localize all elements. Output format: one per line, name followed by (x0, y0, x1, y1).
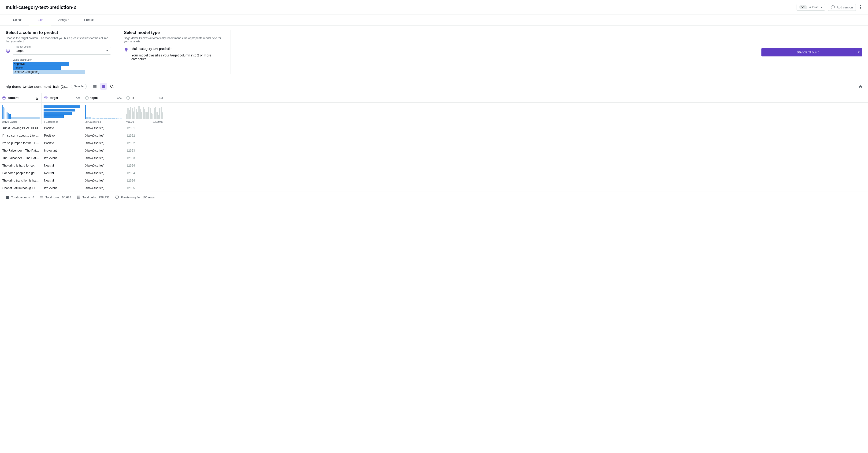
target-icon (44, 96, 48, 100)
table-cell: <unk> looking BEAUTIFUL (0, 124, 42, 132)
table-cell: 12921 (124, 124, 165, 132)
sparkline-id: 401.0012560.05 (124, 102, 165, 124)
table-cell: The Falconeer - 'The Path' Game... (0, 147, 42, 154)
table-cell: 12923 (124, 154, 165, 162)
table-cell: The Falconeer - 'The Path' Game... (0, 154, 42, 162)
tab-analyze[interactable]: Analyze (51, 15, 76, 25)
table-cell: Positive (42, 124, 83, 132)
table-cell: Neutral (42, 169, 83, 177)
svg-point-2 (8, 50, 8, 51)
table-cell: I'm so pumped for the . I Literall... (0, 139, 42, 147)
footer-bar: Total columns: 4 Total rows: 64,683 Tota… (0, 192, 868, 202)
target-column-select[interactable]: Target column target (13, 47, 111, 55)
table-row[interactable]: For some people the grind is eve...Neutr… (0, 169, 868, 177)
table-cell: I'm so sorry about... Literally can... (0, 132, 42, 139)
search-button[interactable] (109, 83, 115, 90)
tab-predict[interactable]: Predict (76, 15, 101, 25)
table-cell: For some people the grind is eve... (0, 169, 42, 177)
table-row[interactable]: <unk> looking BEAUTIFULPositiveXbox(Xser… (0, 124, 868, 132)
distribution-label: Value distribution (13, 58, 113, 61)
add-version-button[interactable]: + Add version (828, 4, 856, 11)
section-subtitle: SageMaker Canvas automatically recommend… (124, 36, 225, 43)
table-cell: Xbox(Xseries) (83, 162, 124, 169)
page-title: multi-category-text-prediction-2 (6, 5, 76, 10)
table-cell: 12925 (124, 184, 165, 191)
config-section: Select a column to predict Choose the ta… (0, 26, 868, 80)
svg-point-17 (46, 97, 46, 98)
sample-button[interactable]: Sample (71, 84, 87, 89)
main-tabs: Select Build Analyze Predict (0, 15, 868, 26)
version-selector[interactable]: V1 Draft (797, 4, 825, 10)
config-model-panel: Select model type SageMaker Canvas autom… (118, 30, 230, 74)
dataset-bar: nlp-demo-twitter-sentiment_train(2)... S… (0, 80, 868, 93)
text-type-icon: A (35, 96, 39, 100)
build-button-group: Standard build (762, 48, 862, 56)
more-actions-button[interactable] (859, 4, 862, 11)
table-cell: 12923 (124, 147, 165, 154)
column-view-button[interactable] (100, 83, 107, 90)
radio-unchecked-icon (126, 96, 130, 99)
table-cell: Shot at kofi lmfaoo @ PressStar... (0, 184, 42, 191)
radio-unchecked-icon (85, 96, 89, 99)
svg-rect-19 (7, 196, 8, 199)
version-badge: V1 (799, 5, 807, 9)
table-cell: Xbox(Xseries) (83, 177, 124, 184)
table-cell: 12924 (124, 177, 165, 184)
column-headers: content A target Abc topic Abc (0, 93, 868, 102)
table-cell: Xbox(Xseries) (83, 147, 124, 154)
table-row[interactable]: The Falconeer - 'The Path' Game...Irrele… (0, 147, 868, 154)
table-row[interactable]: I'm so sorry about... Literally can...Po… (0, 132, 868, 139)
model-type-description: Your model classifies your target column… (131, 53, 225, 61)
column-header-topic[interactable]: topic Abc (83, 93, 124, 102)
list-view-button[interactable] (92, 83, 98, 90)
svg-point-12 (111, 85, 113, 87)
table-cell: Irrelevant (42, 147, 83, 154)
footer-total-columns: Total columns: 4 (6, 195, 34, 199)
table-cell: Xbox(Xseries) (83, 169, 124, 177)
table-cell: Xbox(Xseries) (83, 124, 124, 132)
footer-preview-info: Previewing first 100 rows (115, 195, 155, 199)
standard-build-button[interactable]: Standard build (762, 48, 855, 56)
status-dot-icon (809, 6, 811, 8)
table-row[interactable]: The Falconeer - 'The Path' Game...Irrele… (0, 154, 868, 162)
data-rows: <unk> looking BEAUTIFULPositiveXbox(Xser… (0, 124, 868, 192)
model-type-name: Multi-category text prediction (131, 47, 225, 51)
table-row[interactable]: The grind transition is hard for s...Neu… (0, 177, 868, 184)
target-icon (6, 49, 10, 53)
table-cell: 12924 (124, 169, 165, 177)
column-header-id[interactable]: id 123 (124, 93, 165, 102)
chevron-down-icon (106, 50, 108, 51)
table-row[interactable]: The grind is hard for some folks ...Neut… (0, 162, 868, 169)
table-cell: Neutral (42, 177, 83, 184)
sparkline-target: 4 Categories (42, 102, 83, 124)
table-cell: Irrelevant (42, 184, 83, 191)
collapse-panel-button[interactable] (859, 85, 862, 88)
chevron-down-icon (821, 7, 823, 8)
radio-checked-icon (2, 96, 6, 99)
tab-build[interactable]: Build (29, 15, 51, 25)
sparkline-content: 19123 Values (0, 102, 42, 124)
column-header-target[interactable]: target Abc (42, 93, 83, 102)
svg-rect-9 (102, 85, 103, 88)
sparkline-row: 19123 Values 4 Categories 28 Categories … (0, 102, 868, 124)
column-header-content[interactable]: content A (0, 93, 42, 102)
svg-rect-20 (8, 196, 9, 199)
tab-select[interactable]: Select (6, 15, 29, 25)
distribution-bar: Negative (13, 62, 69, 66)
data-table: content A target Abc topic Abc (0, 93, 868, 192)
footer-total-cells: Total cells: 258,732 (77, 195, 110, 199)
table-cell: The grind transition is hard for s... (0, 177, 42, 184)
footer-total-rows: Total rows: 64,683 (40, 195, 71, 199)
svg-text:A: A (36, 96, 38, 100)
table-row[interactable]: I'm so pumped for the . I Literall...Pos… (0, 139, 868, 147)
svg-rect-18 (6, 196, 7, 199)
distribution-bar: Other (2 Categories) (13, 70, 85, 74)
section-title: Select a column to predict (6, 30, 113, 35)
table-cell: 12922 (124, 132, 165, 139)
distribution-bar: Positive (13, 66, 61, 70)
table-cell: Xbox(Xseries) (83, 184, 124, 191)
svg-rect-10 (103, 85, 104, 88)
table-row[interactable]: Shot at kofi lmfaoo @ PressStar...Irrele… (0, 184, 868, 192)
build-options-dropdown[interactable] (855, 48, 862, 56)
config-build-panel: Standard build (230, 30, 862, 74)
